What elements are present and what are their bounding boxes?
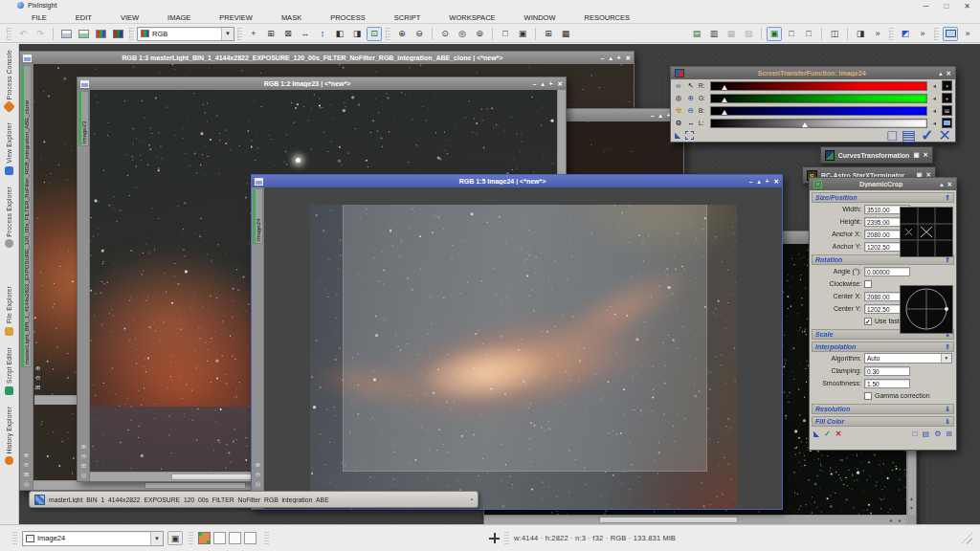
- chevron-down-icon[interactable]: ▼: [150, 532, 163, 545]
- view-icon[interactable]: ◎: [81, 472, 87, 479]
- horizontal-arrows-icon[interactable]: ↔: [686, 119, 696, 128]
- section-interpolation[interactable]: Interpolation ⇑: [812, 342, 954, 352]
- select-all-button[interactable]: □: [498, 27, 513, 41]
- pin-icon[interactable]: +: [617, 55, 621, 62]
- toolbar-overflow-button-3[interactable]: »: [960, 27, 975, 41]
- shade-icon[interactable]: ▴: [658, 112, 661, 120]
- screen-stf-button[interactable]: ▤: [689, 27, 704, 41]
- cascade-windows-button[interactable]: ▦: [558, 27, 573, 41]
- app-minimize-button[interactable]: ─: [924, 2, 929, 11]
- display-channel-selector[interactable]: RGB ▼: [137, 27, 234, 41]
- restore-mini-icon[interactable]: ▪: [471, 496, 473, 502]
- angle-field[interactable]: 0.00000: [864, 267, 910, 276]
- undo-button[interactable]: ↶: [15, 27, 31, 41]
- workspace-2-button[interactable]: [229, 532, 241, 544]
- minimize-icon[interactable]: –: [651, 112, 655, 120]
- image24-image[interactable]: [310, 205, 737, 509]
- collapse-icon[interactable]: ⇓: [945, 406, 950, 413]
- stf-red-gradient[interactable]: [710, 81, 927, 91]
- zoom-fit-button[interactable]: ◎: [455, 27, 470, 41]
- workspace-icons-button[interactable]: ◩: [898, 27, 913, 41]
- minimize-icon[interactable]: –: [601, 55, 605, 62]
- zoom-in-icon[interactable]: ⊕: [24, 452, 29, 459]
- readout-button[interactable]: □: [784, 27, 799, 41]
- starfield-hscrollbar[interactable]: ◂ ▸: [484, 515, 906, 524]
- fit-icon[interactable]: ⊞: [35, 384, 41, 391]
- stf-thumb-square[interactable]: ▪: [942, 80, 952, 91]
- app-maximize-button[interactable]: □: [944, 2, 948, 11]
- toolbar-grip[interactable]: [7, 28, 11, 40]
- menu-preview[interactable]: PREVIEW: [216, 12, 256, 23]
- edit-instance-icon[interactable]: □: [887, 127, 897, 144]
- toolbar-grip[interactable]: [129, 28, 134, 40]
- chevron-down-icon[interactable]: ▼: [221, 28, 234, 40]
- scroll-down-icon[interactable]: ▾: [907, 504, 916, 513]
- sidebar-item-process-explorer[interactable]: Process Explorer: [5, 187, 13, 249]
- workspace-0-button[interactable]: [198, 532, 211, 544]
- magnifier-icon[interactable]: ◎: [674, 94, 683, 103]
- zoom-out-icon[interactable]: ⊖: [686, 106, 696, 116]
- execute-check-icon[interactable]: ✓: [824, 430, 831, 438]
- image23-view-tab[interactable]: Image23: [78, 91, 89, 146]
- wrench-icon[interactable]: ⚙: [934, 430, 941, 438]
- masterlight-title-bar[interactable]: RGB 1:3 masterLight_BIN_1_4144x2822_EXPO…: [20, 52, 634, 64]
- monitor-button[interactable]: [943, 27, 958, 41]
- browse-doc-icon[interactable]: ▤: [923, 430, 930, 438]
- scroll-thumb[interactable]: [599, 517, 738, 523]
- menu-edit[interactable]: EDIT: [73, 12, 95, 23]
- mask-enable-button[interactable]: ◫: [827, 27, 842, 41]
- image24-view-tab[interactable]: Image24: [253, 188, 263, 244]
- zoom-in-button[interactable]: ⊕: [394, 27, 410, 41]
- sidebar-item-view-explorer[interactable]: View Explorer: [5, 122, 13, 175]
- gamma-checkbox[interactable]: [864, 392, 872, 400]
- curves-transformation-bar[interactable]: CurvesTransformation ▣ ✕: [820, 146, 933, 164]
- view-icon[interactable]: ◎: [24, 480, 30, 488]
- cursor-mode-icon[interactable]: ↖: [686, 81, 696, 91]
- stf-title-bar[interactable]: ScreenTransferFunction: Image24 ▴ ✕: [671, 67, 955, 79]
- stf-edit-button[interactable]: ▥: [706, 27, 722, 41]
- sidebar-item-history-explorer[interactable]: History Explorer: [5, 407, 13, 465]
- fit-view-button[interactable]: ⊠: [280, 27, 296, 41]
- selection-button[interactable]: ▣: [515, 27, 530, 41]
- color-image-alt-button[interactable]: [110, 27, 125, 41]
- crop-mode-button[interactable]: ⊡: [367, 27, 382, 41]
- minimize-icon[interactable]: –: [749, 178, 753, 186]
- mask-show-button[interactable]: ◨: [853, 27, 868, 41]
- new-instance-icon[interactable]: ◣: [813, 430, 819, 438]
- toolbar-grip[interactable]: [237, 28, 242, 40]
- wrench-icon[interactable]: ⚙: [674, 119, 683, 128]
- window-icon[interactable]: [255, 178, 263, 186]
- view-list-button[interactable]: ▣: [167, 531, 183, 545]
- menu-resources[interactable]: RESOURCES: [581, 12, 633, 23]
- collapse-icon[interactable]: ⇑: [945, 343, 950, 351]
- menu-script[interactable]: SCRIPT: [391, 12, 424, 23]
- zoom-to-fit-button[interactable]: ⊞: [263, 27, 278, 41]
- shade-icon[interactable]: ▴: [541, 80, 544, 88]
- iconized-window-tab[interactable]: masterLight_BIN_1_4144x2822_EXPOSURE_120…: [29, 491, 479, 508]
- active-view-selector[interactable]: Image24 ▼: [22, 531, 164, 546]
- toolbar-overflow-button[interactable]: »: [870, 27, 885, 41]
- redo-button[interactable]: ↷: [33, 27, 48, 41]
- split-left-button[interactable]: ◧: [332, 27, 347, 41]
- center-image-button[interactable]: ↔: [298, 27, 313, 41]
- close-icon[interactable]: ✕: [558, 80, 563, 88]
- scroll-right-icon[interactable]: ▸: [896, 517, 904, 524]
- reset-x-icon[interactable]: ✕: [939, 126, 951, 144]
- toolbar-grip[interactable]: [934, 28, 939, 40]
- radiation-icon[interactable]: ☢: [674, 106, 683, 116]
- color-image-button[interactable]: [93, 27, 108, 41]
- image24-title-bar[interactable]: RGB 1:5 Image24 | <*new*> – ▴ + ✕: [252, 175, 782, 187]
- zoom-out-icon[interactable]: ⊖: [24, 461, 29, 469]
- menu-view[interactable]: VIEW: [118, 12, 142, 23]
- statusbar-grip[interactable]: [504, 532, 509, 545]
- sidebar-item-script-editor[interactable]: Script Editor: [5, 347, 13, 395]
- statusbar-grip[interactable]: [264, 532, 269, 545]
- zoom-in-icon[interactable]: ⊕: [256, 461, 260, 469]
- window-icon[interactable]: [23, 55, 32, 62]
- edit-instance-icon[interactable]: □: [913, 430, 918, 438]
- shade-icon[interactable]: ▴: [940, 181, 943, 188]
- reset-channel-icon[interactable]: ◂: [930, 95, 939, 102]
- stf-auto-button[interactable]: ▣: [767, 27, 782, 41]
- cancel-x-icon[interactable]: ✕: [835, 430, 842, 438]
- midtone-marker[interactable]: [722, 85, 727, 90]
